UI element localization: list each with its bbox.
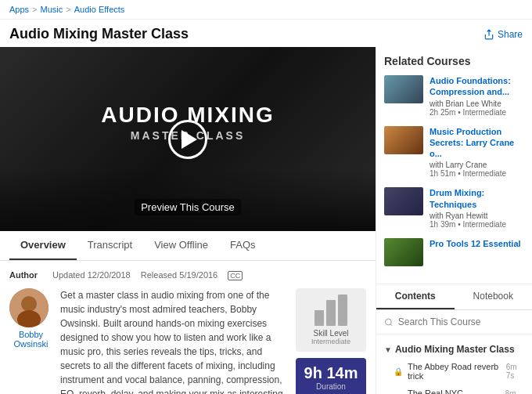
description-text: Get a master class in audio mixing from … <box>60 288 286 394</box>
share-icon <box>483 29 494 40</box>
course-thumb-2 <box>384 126 423 154</box>
tree-section-header[interactable]: ▼ Audio Mixing Master Class <box>376 341 532 358</box>
skill-level-box: Skill Level Intermediate <box>296 288 366 352</box>
tree-item-label-2: The Real NYC compression trick <box>408 389 501 394</box>
play-icon <box>182 130 197 149</box>
preview-label: Preview This Course <box>135 199 241 215</box>
author-row: Author Updated 12/20/2018 Released 5/19/… <box>9 270 366 280</box>
tab-transcript[interactable]: Transcript <box>77 231 143 260</box>
video-player[interactable]: AUDIO MIXING MASTER CLASS Preview This C… <box>0 47 376 231</box>
course-meta-3: 1h 39m • Intermediate <box>430 220 524 229</box>
author-name[interactable]: Bobby Owsinski <box>9 330 52 349</box>
bar-3 <box>338 295 347 326</box>
cc-badge: CC <box>228 271 243 280</box>
sidebar-tab-notebook[interactable]: Notebook <box>455 284 533 309</box>
avatar <box>9 288 49 327</box>
related-course-3[interactable]: Drum Mixing: Techniques with Ryan Hewitt… <box>384 187 524 229</box>
course-thumb-1 <box>384 75 423 103</box>
course-author-3: with Ryan Hewitt <box>430 211 524 220</box>
tab-faqs[interactable]: FAQs <box>219 231 267 260</box>
avatar-image <box>9 288 49 327</box>
tree-arrow-icon: ▼ <box>384 345 392 354</box>
page-title: Audio Mixing Master Class <box>9 26 189 42</box>
svg-point-1 <box>21 296 37 312</box>
desc-stats-area: Bobby Owsinski Get a master class in aud… <box>9 288 366 394</box>
bar-1 <box>315 310 324 326</box>
tree-item-1[interactable]: 🔒 The Abbey Road reverb trick 6m 7s <box>376 358 532 385</box>
course-name-3: Drum Mixing: Techniques <box>430 187 524 210</box>
related-course-4[interactable]: Pro Tools 12 Essential <box>384 238 524 266</box>
course-meta-2: 1h 51m • Intermediate <box>430 169 524 178</box>
course-info-4: Pro Tools 12 Essential <box>430 238 524 266</box>
right-sidebar: Related Courses Audio Foundations: Compr… <box>376 47 532 394</box>
course-author-1: with Brian Lee White <box>430 99 524 108</box>
breadcrumb-music[interactable]: Music <box>41 5 63 14</box>
updated-date: Updated 12/20/2018 <box>52 270 131 280</box>
item-duration-1: 6m 7s <box>506 363 524 380</box>
lock-icon-1: 🔒 <box>394 367 403 376</box>
course-info-2: Music Production Secrets: Larry Crane o.… <box>430 126 524 179</box>
svg-point-3 <box>385 319 391 325</box>
author-avatar-block: Bobby Owsinski <box>9 288 52 349</box>
skill-level-value: Intermediate <box>302 338 360 345</box>
related-course-2[interactable]: Music Production Secrets: Larry Crane o.… <box>384 126 524 179</box>
skill-level-label: Skill Level <box>302 329 360 338</box>
sidebar-tab-contents[interactable]: Contents <box>376 284 455 309</box>
course-thumb-4 <box>384 238 423 266</box>
related-courses: Related Courses Audio Foundations: Compr… <box>376 47 532 284</box>
author-with-avatar: Bobby Owsinski Get a master class in aud… <box>9 288 286 394</box>
tree-item-label-1: The Abbey Road reverb trick <box>408 362 501 381</box>
duration-label: Duration <box>302 382 360 391</box>
tree-section: ▼ Audio Mixing Master Class 🔒 The Abbey … <box>376 341 532 394</box>
course-name-2: Music Production Secrets: Larry Crane o.… <box>430 126 524 160</box>
tree-item-2[interactable]: 🔒 The Real NYC compression trick 8m 52s <box>376 385 532 394</box>
tree-section-label: Audio Mixing Master Class <box>395 344 515 355</box>
tab-overview[interactable]: Overview <box>9 231 77 260</box>
course-meta-1: 2h 25m • Intermediate <box>430 108 524 117</box>
breadcrumb-audio-effects[interactable]: Audio Effects <box>74 5 125 14</box>
stats-panel: Skill Level Intermediate 9h 14m Duration… <box>296 288 366 394</box>
breadcrumb: Apps > Music > Audio Effects <box>0 0 532 20</box>
play-button[interactable] <box>168 120 207 159</box>
course-info-1: Audio Foundations: Compression and... wi… <box>430 75 524 117</box>
breadcrumb-apps[interactable]: Apps <box>9 5 29 14</box>
search-icon <box>384 317 394 327</box>
sidebar-tabs: Contents Notebook <box>376 284 532 310</box>
svg-line-4 <box>390 324 392 325</box>
duration-value: 9h 14m <box>302 364 360 382</box>
course-thumb-3 <box>384 187 423 215</box>
skill-level-chart <box>302 295 360 326</box>
desc-para-1: Get a master class in audio mixing from … <box>60 288 286 394</box>
related-course-1[interactable]: Audio Foundations: Compression and... wi… <box>384 75 524 117</box>
content-tabs: Overview Transcript View Offline FAQs <box>0 231 376 261</box>
bar-2 <box>326 300 336 326</box>
author-meta: Updated 12/20/2018 Released 5/19/2016 CC <box>52 270 250 280</box>
contents-tree: ▼ Audio Mixing Master Class 🔒 The Abbey … <box>376 334 532 394</box>
share-button[interactable]: Share <box>483 29 523 40</box>
item-duration-2: 8m 52s <box>505 389 524 394</box>
released-date: Released 5/19/2016 <box>141 270 217 280</box>
author-label-text: Author <box>9 270 45 280</box>
sidebar-search-area <box>376 310 532 334</box>
search-input[interactable] <box>398 316 524 327</box>
duration-box: 9h 14m Duration <box>296 358 366 394</box>
course-name-4: Pro Tools 12 Essential <box>430 238 524 249</box>
related-courses-title: Related Courses <box>384 55 524 67</box>
share-label: Share <box>498 29 523 40</box>
course-info-3: Drum Mixing: Techniques with Ryan Hewitt… <box>430 187 524 229</box>
course-author-2: with Larry Crane <box>430 161 524 169</box>
tab-view-offline[interactable]: View Offline <box>143 231 219 260</box>
course-name-1: Audio Foundations: Compression and... <box>430 75 524 98</box>
